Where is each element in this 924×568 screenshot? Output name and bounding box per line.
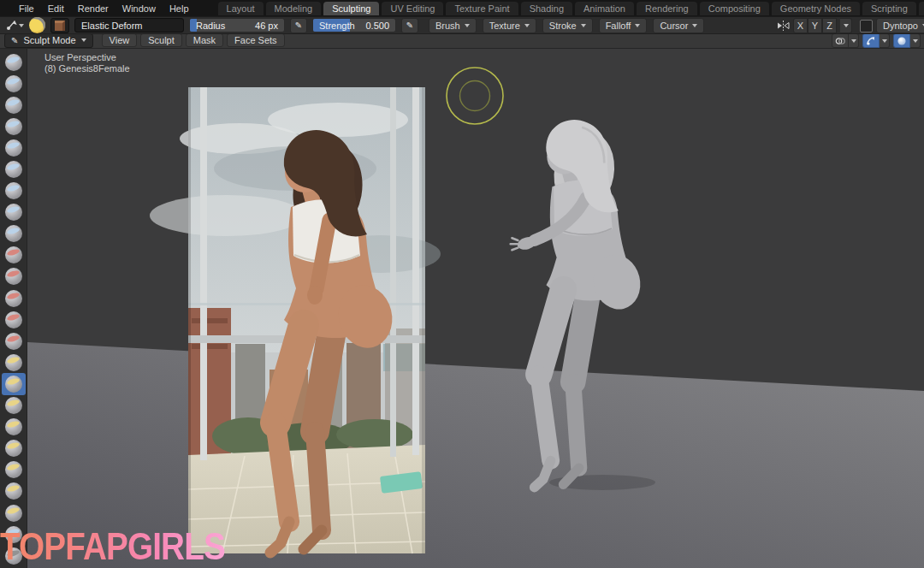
shading-chevron[interactable] — [910, 33, 921, 48]
reference-image-plane[interactable] — [150, 87, 441, 553]
thumb-brush-icon — [5, 418, 22, 435]
brush-datablock-button[interactable] — [50, 18, 69, 33]
pose-brush-icon — [5, 440, 22, 457]
dyntopo-dropdown[interactable]: Dyntopo — [876, 18, 924, 33]
viewport-menu-face-sets[interactable]: Face Sets — [227, 33, 285, 47]
tab-rendering[interactable]: Rendering — [637, 2, 697, 15]
tool-crease[interactable] — [2, 223, 26, 245]
tab-sculpting[interactable]: Sculpting — [323, 2, 379, 15]
dropdown-texture[interactable]: Texture — [483, 18, 536, 33]
menu-render[interactable]: Render — [71, 2, 116, 15]
tool-pinch[interactable] — [2, 330, 26, 352]
pinch-brush-icon — [5, 333, 22, 350]
mirror-axis-z[interactable]: Z — [822, 18, 837, 33]
viewport-menu-mask[interactable]: Mask — [186, 33, 223, 47]
radius-pressure-toggle[interactable]: ✎ — [290, 18, 307, 33]
tool-clay-thumb[interactable] — [2, 137, 26, 158]
active-tool-icon — [5, 20, 17, 32]
mode-selector[interactable]: ✎ Sculpt Mode — [4, 33, 93, 48]
menu-edit[interactable]: Edit — [41, 2, 71, 15]
tool-pose[interactable] — [2, 438, 26, 459]
tab-geometry-nodes[interactable]: Geometry Nodes — [772, 2, 860, 15]
clay-brush-icon — [5, 97, 22, 114]
mode-label: Sculpt Mode — [23, 35, 75, 45]
tool-slide-relax[interactable] — [2, 502, 26, 524]
brush-option-dropdowns: BrushTextureStrokeFalloffCursor — [429, 18, 710, 33]
tab-scripting[interactable]: Scripting — [862, 2, 916, 15]
viewport-menus: ViewSculptMaskFace Sets — [102, 33, 285, 47]
snake-hook-brush-icon — [5, 397, 22, 414]
brush-preview-icon[interactable] — [29, 17, 45, 33]
strength-slider[interactable]: Strength 0.500 — [312, 18, 396, 33]
dropdown-brush[interactable]: Brush — [429, 18, 477, 33]
chevron-down-icon — [581, 24, 586, 27]
tool-clay-strips[interactable] — [2, 115, 26, 137]
tool-inflate[interactable] — [2, 180, 26, 202]
tool-draw[interactable] — [2, 51, 26, 73]
tool-smooth[interactable] — [2, 245, 26, 266]
chevron-down-icon — [81, 38, 86, 42]
radius-label: Radius — [196, 21, 225, 31]
mirror-options-chevron[interactable] — [840, 18, 852, 33]
tool-draw-sharp[interactable] — [2, 73, 26, 94]
elastic-deform-brush-icon — [5, 376, 22, 393]
tab-uv-editing[interactable]: UV Editing — [382, 2, 443, 15]
viewport-shading-toggle[interactable] — [893, 33, 910, 48]
cube-icon — [55, 21, 65, 31]
tool-blob[interactable] — [2, 202, 26, 223]
tool-scrape[interactable] — [2, 287, 26, 309]
sculpt-mode-icon: ✎ — [11, 36, 18, 45]
menu-help[interactable]: Help — [163, 2, 196, 15]
menu-file[interactable]: File — [12, 2, 41, 15]
viewport-info-overlay: User Perspective (8) Genesis8Female — [44, 52, 130, 74]
radius-slider[interactable]: Radius 46 px — [189, 18, 285, 33]
perspective-label: User Perspective — [44, 52, 130, 63]
top-menu-bar: FileEditRenderWindowHelp LayoutModelingS… — [0, 0, 924, 16]
inflate-brush-icon — [5, 182, 22, 199]
dropdown-stroke[interactable]: Stroke — [542, 18, 593, 33]
tool-multi-plane-scrape[interactable] — [2, 309, 26, 330]
viewport-menu-view[interactable]: View — [102, 33, 138, 47]
dyntopo-checkbox[interactable] — [860, 20, 873, 33]
tool-thumb[interactable] — [2, 417, 26, 438]
strength-pressure-toggle[interactable]: ✎ — [401, 18, 418, 33]
dropdown-cursor[interactable]: Cursor — [653, 18, 704, 33]
tool-snake-hook[interactable] — [2, 395, 26, 417]
tool-flatten[interactable] — [2, 266, 26, 287]
workspace-tabs: LayoutModelingSculptingUV EditingTexture… — [218, 2, 924, 15]
tab-texture-paint[interactable]: Texture Paint — [446, 2, 518, 15]
tab-add-workspace[interactable]: + — [919, 2, 924, 15]
tab-compositing[interactable]: Compositing — [700, 2, 769, 15]
overlays-icon — [835, 36, 845, 46]
tab-modeling[interactable]: Modeling — [266, 2, 322, 15]
tool-layer[interactable] — [2, 158, 26, 180]
overlays-chevron[interactable] — [849, 33, 859, 48]
grab-brush-icon — [5, 354, 22, 371]
tool-nudge[interactable] — [2, 459, 26, 481]
chevron-down-icon — [19, 24, 24, 27]
texture-label: Texture — [489, 21, 520, 31]
mirror-axis-y[interactable]: Y — [808, 18, 822, 33]
tool-grab[interactable] — [2, 352, 26, 373]
gizmos-chevron[interactable] — [880, 33, 890, 48]
show-overlays-toggle[interactable] — [832, 33, 849, 48]
brush-name-field[interactable]: Elastic Deform — [74, 18, 184, 33]
tab-shading[interactable]: Shading — [521, 2, 572, 15]
chevron-down-icon — [524, 24, 530, 27]
multi-plane-scrape-brush-icon — [5, 311, 22, 328]
watermark-text: TOPFAPGIRLS — [0, 524, 225, 568]
mirror-axis-x[interactable]: X — [793, 18, 808, 33]
gizmo-icon — [866, 36, 876, 46]
dropdown-falloff[interactable]: Falloff — [599, 18, 648, 33]
editor-type-selector[interactable] — [5, 20, 24, 32]
3d-viewport[interactable] — [27, 48, 924, 568]
tab-layout[interactable]: Layout — [218, 2, 264, 15]
tab-animation[interactable]: Animation — [575, 2, 634, 15]
show-gizmos-toggle[interactable] — [862, 33, 880, 48]
chevron-down-icon — [635, 24, 640, 27]
viewport-menu-sculpt[interactable]: Sculpt — [140, 33, 182, 47]
menu-window[interactable]: Window — [116, 2, 163, 15]
tool-clay[interactable] — [2, 94, 26, 115]
tool-rotate[interactable] — [2, 481, 26, 502]
tool-elastic-deform[interactable] — [2, 373, 26, 394]
